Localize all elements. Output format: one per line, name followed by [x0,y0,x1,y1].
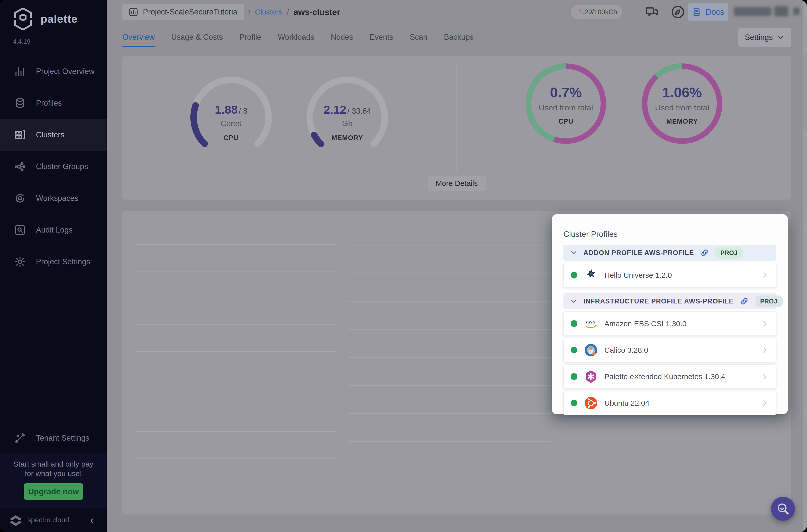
tab[interactable]: Usage & Costs [171,33,223,42]
search-fab-button[interactable] [771,497,795,521]
profile-sections: ADDON PROFILE AWS-PROFILE PROJ Hello Uni… [563,245,776,415]
chevron-down-icon [569,297,578,305]
docs-label: Docs [705,7,724,17]
ubuntu-icon [584,396,598,410]
sidebar-item[interactable]: Workspaces [0,182,107,214]
detail-row [135,459,337,485]
tab[interactable]: Overview [123,33,155,42]
user-name-redacted[interactable] [734,7,771,16]
spectro-cloud-logo-icon [7,513,24,528]
main-area: Project-ScaleSecureTutoria / Clusters / … [107,0,807,532]
sidebar-item[interactable]: Project Settings [0,246,107,278]
breadcrumb-separator: / [287,8,289,16]
detail-row [135,245,337,271]
settings-button[interactable]: Settings [738,28,791,47]
user-menu-redacted[interactable] [793,7,800,15]
profile-layer-row[interactable]: Hello Universe 1.2.0 [563,263,776,287]
upgrade-now-button[interactable]: Upgrade now [24,483,83,500]
tab[interactable]: Workloads [278,33,314,42]
chat-icon[interactable] [644,4,659,19]
scrollbar-track[interactable] [803,0,807,532]
cpu-gauge [189,75,274,160]
profile-section-header[interactable]: ADDON PROFILE AWS-PROFILE PROJ [563,245,776,261]
breadcrumb-clusters-link[interactable]: Clusters [255,8,282,16]
profile-layer-row[interactable]: Calico 3.28.0 [563,338,776,362]
project-selector[interactable]: Project-ScaleSecureTutoria [122,4,244,20]
breadcrumb-separator: / [248,8,250,16]
detail-row [348,302,551,330]
profile-section: ADDON PROFILE AWS-PROFILE PROJ Hello Uni… [563,245,776,287]
detail-row [348,358,551,386]
breadcrumb-project: Project-ScaleSecureTutoria [143,7,237,17]
profile-layer-row[interactable]: Ubuntu 22.04 [563,391,776,415]
panel-title: Cluster Profiles [563,230,776,239]
tab[interactable]: Backups [444,33,474,42]
card-divider [456,62,457,172]
detail-row [135,485,337,512]
sidebar-item[interactable]: Audit Logs [0,214,107,246]
bar-chart-icon [128,7,138,17]
memory-donut-title: MEMORY [640,118,725,126]
sidebar: palette 4.4.19 Project Overview Profiles… [0,0,107,532]
profile-section-name: INFRASTRUCTURE PROFILE AWS-PROFILE [583,298,734,305]
compass-icon[interactable] [670,4,685,19]
scrollbar-thumb[interactable] [803,53,807,130]
user-avatar-redacted[interactable] [774,6,788,17]
memory-caption: Used from total [640,103,725,112]
profile-layer-row[interactable]: Palette eXtended Kubernetes 1.30.4 [563,364,776,388]
book-icon [692,7,702,17]
tenant-settings-icon [14,432,26,444]
upgrade-promo: Start small and only pay for what you us… [0,453,107,507]
tab[interactable]: Scan [410,33,428,42]
cpu-percent: 0.7% [523,84,608,100]
breadcrumb-current-cluster: aws-cluster [294,7,340,17]
sidebar-menu: Project Overview Profiles Clusters Clust… [0,55,107,278]
app-window: Project-ScaleSecureTutoria / Clusters / … [0,0,807,532]
detail-row [135,218,337,245]
docs-button[interactable]: Docs [688,3,728,21]
profile-section-header[interactable]: INFRASTRUCTURE PROFILE AWS-PROFILE PROJ [563,293,776,309]
chevron-down-icon [569,248,578,257]
sidebar-item[interactable]: Cluster Groups [0,151,107,182]
tab[interactable]: Nodes [331,33,353,42]
usage-quota-badge[interactable]: 1.29/100kCh [571,5,622,19]
detail-row [348,274,551,302]
profile-layer-label: Amazon EBS CSI 1.30.0 [604,320,687,328]
details-right-column [348,218,551,470]
memory-unit: Gb [305,119,390,128]
sidebar-item[interactable]: Project Overview [0,55,107,87]
collapse-sidebar-icon[interactable]: ‹ [90,514,94,526]
detail-row [135,352,337,378]
cpu-used: 1.88 [215,103,238,116]
cpu-total: / 8 [239,107,247,115]
profile-section-name: ADDON PROFILE AWS-PROFILE [583,249,694,257]
detail-row [135,405,337,432]
palette-pxk-icon [584,370,598,384]
profile-layer-label: Hello Universe 1.2.0 [604,271,672,280]
more-details-button[interactable]: More Details [428,176,486,191]
detail-row [135,325,337,352]
detail-row [348,218,551,246]
tab[interactable]: Events [370,33,393,42]
sidebar-item-tenant-settings[interactable]: Tenant Settings [0,422,107,454]
palette-logo-icon [12,7,34,31]
cpu-gauge-value: 1.88 / 8 [189,103,274,116]
app-frame: Project-ScaleSecureTutoria / Clusters / … [0,0,807,532]
cpu-donut-title: CPU [523,118,608,126]
chevron-down-icon [777,34,785,41]
link-chain-icon[interactable] [699,248,710,258]
svg-text:aws: aws [586,319,595,324]
link-chain-icon[interactable] [739,296,749,306]
cpu-gauge-title: CPU [189,134,274,142]
sidebar-item[interactable]: Clusters [0,119,107,151]
status-dot [571,347,577,354]
tab[interactable]: Profile [239,33,261,42]
profiles-icon [14,97,26,109]
sidebar-item[interactable]: Profiles [0,87,107,119]
detail-row [135,298,337,325]
profile-layer-row[interactable]: aws Amazon EBS CSI 1.30.0 [563,311,776,336]
status-dot [571,272,577,279]
status-dot [571,373,577,380]
status-dot [571,400,577,406]
cpu-caption: Used from total [523,103,608,112]
